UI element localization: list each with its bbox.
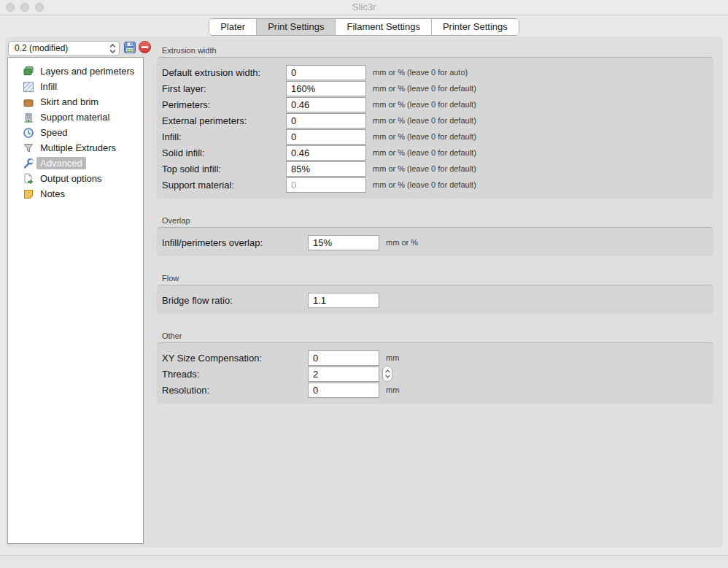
infill-hatch-icon <box>23 81 34 93</box>
print-settings-page: 0.2 (modified) <box>5 37 723 548</box>
row-solid-infill: Solid infill:mm or % (leave 0 for defaul… <box>162 145 713 161</box>
input-infill-perimeters-overlap[interactable] <box>308 235 379 250</box>
section-box-flow: Bridge flow ratio: <box>157 285 713 314</box>
field-label-support-material: Support material: <box>162 180 286 191</box>
delete-preset-button[interactable] <box>138 42 152 55</box>
section-title-other: Other <box>162 331 713 341</box>
minus-circle-icon <box>138 40 152 57</box>
floppy-save-icon <box>123 41 136 57</box>
tree-item-output-options[interactable]: Output options <box>8 171 143 186</box>
tab-print-settings[interactable]: Print Settings <box>256 19 335 35</box>
input-external-perimeters[interactable] <box>286 113 366 128</box>
window-bottom-strip <box>0 556 728 568</box>
tabs-segmented-control: PlaterPrint SettingsFilament SettingsPri… <box>209 18 519 36</box>
unit-label: mm or % (leave 0 for default) <box>373 164 476 173</box>
tree-item-speed[interactable]: Speed <box>8 125 143 140</box>
settings-main-area: Extrusion widthDefault extrusion width:m… <box>157 37 713 404</box>
section-title-extrusion-width: Extrusion width <box>162 46 713 55</box>
input-infill[interactable] <box>286 129 366 145</box>
threads-stepper[interactable] <box>382 366 392 382</box>
tree-item-advanced[interactable]: Advanced <box>8 156 143 171</box>
save-preset-button[interactable] <box>123 42 136 55</box>
preset-select[interactable]: 0.2 (modified) <box>8 41 120 56</box>
input-perimeters[interactable] <box>286 97 366 112</box>
unit-label: mm <box>386 385 399 394</box>
unit-label: mm or % (leave 0 for default) <box>373 84 476 93</box>
layers-icon <box>23 66 34 77</box>
input-threads[interactable] <box>308 366 379 382</box>
unit-label: mm or % (leave 0 for auto) <box>373 68 468 77</box>
input-default-extrusion-width[interactable] <box>286 65 366 80</box>
unit-label: mm or % (leave 0 for default) <box>373 132 476 141</box>
field-label-first-layer: First layer: <box>162 83 286 94</box>
section-overlap: OverlapInfill/perimeters overlap:mm or % <box>157 216 713 256</box>
tab-printer-settings[interactable]: Printer Settings <box>431 19 519 35</box>
input-top-solid-infill[interactable] <box>286 161 366 177</box>
unit-label: mm or % <box>386 238 418 247</box>
tree-item-multiple-extruders[interactable]: Multiple Extruders <box>8 140 143 156</box>
section-flow: FlowBridge flow ratio: <box>157 274 713 314</box>
input-xy-size-compensation[interactable] <box>308 350 379 366</box>
row-support-material: Support material:mm or % (leave 0 for de… <box>162 177 713 193</box>
row-bridge-flow-ratio: Bridge flow ratio: <box>162 292 713 308</box>
note-icon <box>23 188 34 200</box>
preset-select-value: 0.2 (modified) <box>15 42 109 55</box>
input-solid-infill[interactable] <box>286 145 366 161</box>
tree-item-label: Advanced <box>36 157 86 169</box>
row-top-solid-infill: Top solid infill:mm or % (leave 0 for de… <box>162 161 713 177</box>
tree-item-infill[interactable]: Infill <box>8 79 143 94</box>
tree-item-label: Skirt and brim <box>36 96 102 108</box>
row-threads: Threads: <box>162 366 713 382</box>
clock-icon <box>23 127 34 139</box>
page-go-icon <box>23 173 34 185</box>
input-resolution[interactable] <box>308 383 379 398</box>
row-external-perimeters: External perimeters:mm or % (leave 0 for… <box>162 112 713 128</box>
window-title: Slic3r <box>0 0 728 15</box>
field-label-xy-size-compensation: XY Size Compensation: <box>162 353 308 364</box>
tree-item-label: Multiple Extruders <box>36 142 120 154</box>
field-label-perimeters: Perimeters: <box>162 99 286 110</box>
building-icon <box>23 112 34 123</box>
chevron-up-down-icon <box>109 43 117 54</box>
row-resolution: Resolution:mm <box>162 382 713 398</box>
settings-category-tree: Layers and perimetersInfillSkirt and bri… <box>7 57 144 544</box>
wrench-icon <box>23 158 34 169</box>
tab-filament-settings[interactable]: Filament Settings <box>335 19 430 35</box>
input-first-layer[interactable] <box>286 81 366 96</box>
titlebar: Slic3r <box>0 0 728 15</box>
row-infill-perimeters-overlap: Infill/perimeters overlap:mm or % <box>162 234 713 250</box>
tree-item-label: Infill <box>36 80 61 93</box>
unit-label: mm <box>386 353 399 362</box>
row-xy-size-compensation: XY Size Compensation:mm <box>162 350 713 366</box>
input-support-material[interactable] <box>286 177 366 193</box>
section-box-overlap: Infill/perimeters overlap:mm or % <box>157 227 713 256</box>
box-icon <box>23 96 34 108</box>
unit-label: mm or % (leave 0 for default) <box>373 100 476 109</box>
row-first-layer: First layer:mm or % (leave 0 for default… <box>162 80 713 96</box>
unit-label: mm or % (leave 0 for default) <box>373 116 476 125</box>
tab-plater[interactable]: Plater <box>209 19 256 35</box>
section-other: OtherXY Size Compensation:mmThreads:Reso… <box>157 331 713 404</box>
section-title-flow: Flow <box>162 274 713 283</box>
tree-item-layers-and-perimeters[interactable]: Layers and perimeters <box>8 64 143 79</box>
field-label-infill-perimeters-overlap: Infill/perimeters overlap: <box>162 237 308 248</box>
unit-label: mm or % (leave 0 for default) <box>373 180 476 189</box>
field-label-external-perimeters: External perimeters: <box>162 115 286 126</box>
tree-item-notes[interactable]: Notes <box>8 186 143 202</box>
section-extrusion-width: Extrusion widthDefault extrusion width:m… <box>157 46 713 199</box>
input-bridge-flow-ratio[interactable] <box>308 293 379 308</box>
field-label-threads: Threads: <box>162 369 308 380</box>
row-default-extrusion-width: Default extrusion width:mm or % (leave 0… <box>162 64 713 80</box>
field-label-top-solid-infill: Top solid infill: <box>162 164 286 174</box>
section-box-extrusion-width: Default extrusion width:mm or % (leave 0… <box>157 57 713 199</box>
field-label-solid-infill: Solid infill: <box>162 147 286 158</box>
tree-item-skirt-and-brim[interactable]: Skirt and brim <box>8 94 143 110</box>
row-infill: Infill:mm or % (leave 0 for default) <box>162 128 713 145</box>
field-label-default-extrusion-width: Default extrusion width: <box>162 67 286 78</box>
tree-item-label: Support material <box>36 111 113 123</box>
unit-label: mm or % (leave 0 for default) <box>373 148 476 157</box>
tree-item-support-material[interactable]: Support material <box>8 110 143 125</box>
field-label-bridge-flow-ratio: Bridge flow ratio: <box>162 295 308 306</box>
tree-item-label: Notes <box>36 188 69 200</box>
tab-bar: PlaterPrint SettingsFilament SettingsPri… <box>0 18 728 36</box>
